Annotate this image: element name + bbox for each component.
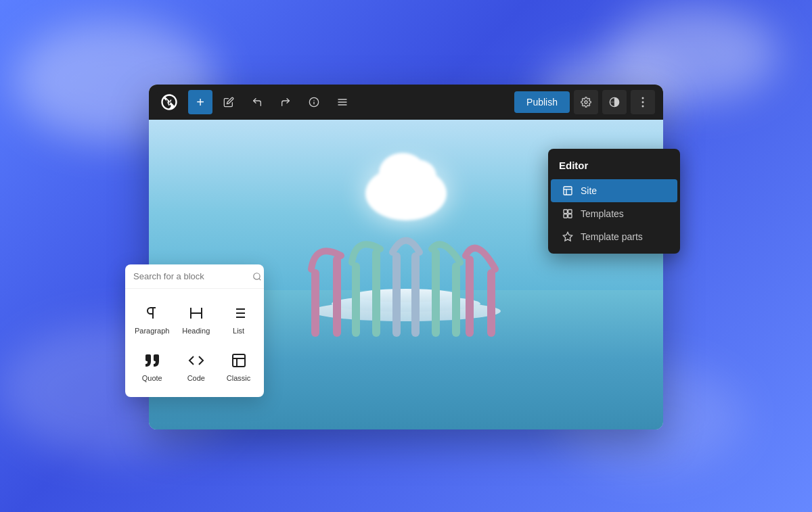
editor-panel: Editor Site Templates [548, 149, 680, 254]
svg-point-6 [585, 101, 587, 103]
svg-rect-22 [564, 210, 567, 213]
scene-cloud [365, 166, 447, 220]
undo-button[interactable] [245, 90, 269, 114]
editor-menu-site-label: Site [581, 185, 597, 196]
site-icon [562, 185, 574, 197]
search-icon [252, 272, 262, 281]
templates-icon [562, 208, 574, 220]
block-item-heading[interactable]: Heading [176, 297, 216, 342]
editor-menu-template-parts[interactable]: Template parts [551, 225, 677, 248]
block-item-quote[interactable]: Quote [131, 344, 173, 389]
svg-rect-16 [411, 252, 420, 337]
svg-rect-19 [466, 256, 474, 337]
svg-rect-13 [352, 262, 360, 337]
block-item-code[interactable]: Code [176, 344, 216, 389]
block-quote-label: Quote [142, 374, 162, 382]
svg-rect-25 [568, 214, 572, 218]
svg-rect-23 [568, 210, 572, 213]
svg-line-28 [259, 278, 261, 280]
settings-button[interactable] [574, 90, 598, 114]
svg-point-27 [254, 273, 260, 279]
block-list-label: List [233, 327, 244, 335]
edit-button[interactable] [217, 90, 241, 114]
svg-point-9 [642, 101, 644, 103]
block-heading-label: Heading [182, 327, 210, 335]
svg-rect-21 [564, 187, 572, 195]
redo-button[interactable] [273, 90, 298, 114]
wp-logo[interactable] [157, 90, 181, 114]
add-block-button[interactable]: + [188, 90, 212, 114]
svg-rect-17 [432, 249, 440, 337]
list-icon [229, 304, 248, 323]
publish-button[interactable]: Publish [514, 91, 570, 113]
editor-menu-templates-label: Templates [581, 208, 624, 219]
classic-icon [229, 351, 248, 370]
block-item-paragraph[interactable]: Paragraph [131, 297, 173, 342]
svg-point-8 [642, 97, 644, 99]
svg-rect-12 [333, 256, 341, 337]
block-item-list[interactable]: List [219, 297, 258, 342]
more-options-button[interactable] [631, 90, 655, 114]
svg-rect-24 [564, 214, 567, 218]
paragraph-icon [143, 304, 162, 323]
editor-menu-templates[interactable]: Templates [551, 202, 677, 225]
toolbar: + [149, 85, 663, 120]
block-classic-label: Classic [227, 374, 250, 382]
svg-marker-26 [563, 232, 572, 241]
list-view-button[interactable] [330, 90, 355, 114]
svg-rect-15 [392, 252, 401, 337]
svg-rect-18 [452, 262, 460, 337]
editor-menu-template-parts-label: Template parts [581, 231, 643, 242]
block-search-input[interactable] [133, 271, 247, 281]
editor-menu-site[interactable]: Site [551, 179, 677, 202]
block-search-area [125, 264, 264, 289]
block-item-classic[interactable]: Classic [219, 344, 258, 389]
svg-rect-14 [372, 249, 380, 337]
svg-point-10 [642, 106, 644, 108]
block-grid: Paragraph Heading [125, 289, 264, 397]
heading-icon [187, 304, 206, 323]
block-code-label: Code [187, 374, 205, 382]
block-inserter-panel: Paragraph Heading [125, 264, 264, 397]
code-icon [187, 351, 206, 370]
info-button[interactable] [302, 90, 326, 114]
svg-rect-35 [233, 354, 245, 367]
svg-rect-11 [311, 269, 319, 337]
theme-toggle-button[interactable] [602, 90, 627, 114]
arch-scene [298, 215, 514, 337]
block-paragraph-label: Paragraph [135, 327, 169, 335]
template-parts-icon [562, 231, 574, 243]
svg-rect-20 [487, 269, 495, 337]
editor-panel-title: Editor [548, 160, 680, 179]
quote-icon [143, 351, 162, 370]
